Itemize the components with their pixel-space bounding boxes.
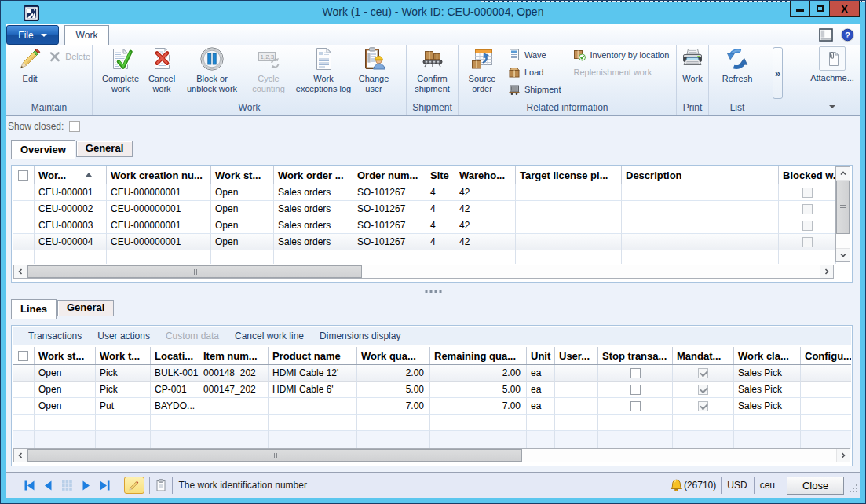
line-action-custom-data[interactable]: Custom data <box>166 331 219 341</box>
cell[interactable] <box>622 184 779 201</box>
cell[interactable]: CEU-000000001 <box>107 201 211 217</box>
titlebar[interactable]: Work (1 - ceu) - Work ID: CEU-000004, Op… <box>1 1 865 24</box>
cell[interactable]: Sales orders <box>274 217 353 234</box>
unchecked-checkbox[interactable] <box>598 382 673 398</box>
cell[interactable]: HDMI Cable 12' <box>269 365 357 382</box>
unchecked-checkbox[interactable] <box>779 217 836 234</box>
nav-last-icon[interactable] <box>99 480 111 491</box>
print-work-button[interactable]: Work <box>677 46 708 84</box>
refresh-button[interactable]: Refresh <box>714 46 761 84</box>
column-header-item-num[interactable]: Item num... <box>199 347 269 364</box>
column-header-work-order[interactable]: Work order ... <box>274 166 353 184</box>
cell[interactable] <box>622 217 779 234</box>
grid-view-icon[interactable] <box>61 480 73 491</box>
cell[interactable]: CEU-000001 <box>35 184 107 201</box>
cell[interactable]: BULK-001 <box>151 365 199 382</box>
cell[interactable]: HDMI Cable 6' <box>269 382 357 398</box>
column-header-locati[interactable]: Locati... <box>151 347 199 364</box>
alerts-count[interactable]: (26710) <box>683 480 718 491</box>
row-select-checkbox[interactable] <box>13 382 35 398</box>
overview-vscroll-thumb[interactable] <box>836 181 850 234</box>
cell[interactable]: 2.00 <box>430 365 527 382</box>
column-header-unit[interactable]: Unit <box>527 347 555 364</box>
cell[interactable]: 42 <box>455 184 516 201</box>
cell[interactable]: Pick <box>96 365 151 382</box>
cell[interactable] <box>516 234 622 250</box>
attachments-button[interactable]: Attachme... <box>797 46 860 83</box>
cell[interactable] <box>555 365 598 382</box>
cell[interactable]: SO-101267 <box>353 234 426 250</box>
cell[interactable] <box>622 201 779 217</box>
cell[interactable]: SO-101267 <box>353 184 426 201</box>
line-action-transactions[interactable]: Transactions <box>28 331 82 341</box>
cell[interactable]: Sales orders <box>274 184 353 201</box>
line-action-cancel-work-line[interactable]: Cancel work line <box>235 331 304 341</box>
cell[interactable]: 42 <box>455 201 516 217</box>
resize-grip[interactable] <box>848 483 858 493</box>
cell[interactable]: ea <box>527 365 555 382</box>
shipment-button[interactable]: Shipment <box>506 81 562 98</box>
scroll-right-button[interactable] <box>836 449 850 462</box>
currency-indicator[interactable]: USD <box>725 480 750 491</box>
overview_grid-row-4[interactable]: CEU-000004CEU-000000001OpenSales ordersS… <box>13 234 836 250</box>
wave-button[interactable]: Wave <box>506 46 562 64</box>
load-button[interactable]: Load <box>506 64 562 81</box>
close-form-button[interactable]: Close <box>787 477 844 495</box>
overview_grid-row-1[interactable]: CEU-000001CEU-000000001OpenSales ordersS… <box>13 184 836 201</box>
lines-tab-general[interactable]: General <box>57 300 114 316</box>
checked-checkbox[interactable] <box>673 398 734 415</box>
cell[interactable]: 4 <box>426 234 455 250</box>
cell[interactable]: 42 <box>455 217 516 234</box>
select-all-checkbox[interactable] <box>13 347 35 364</box>
cell[interactable] <box>801 398 851 415</box>
nav-first-icon[interactable] <box>24 480 35 491</box>
cell[interactable]: 000147_202 <box>199 382 269 398</box>
row-select-checkbox[interactable] <box>13 201 35 217</box>
nav-next-icon[interactable] <box>80 480 92 491</box>
cell[interactable]: SO-101267 <box>353 201 426 217</box>
ribbon-overflow-button[interactable]: » <box>773 47 783 99</box>
bell-icon[interactable] <box>670 479 683 492</box>
lines_grid-row-1[interactable]: OpenPickBULK-001000148_202HDMI Cable 12'… <box>13 365 851 382</box>
block-unblock-button[interactable]: Block or unblock work <box>181 46 243 94</box>
cell[interactable]: CEU-000000001 <box>107 184 211 201</box>
cell[interactable]: BAYDO... <box>151 398 199 415</box>
column-header-work-st[interactable]: Work st... <box>35 347 96 364</box>
overview-tab-overview[interactable]: Overview <box>11 140 75 159</box>
cell[interactable]: Open <box>211 184 274 201</box>
column-header-remaining-qua[interactable]: Remaining qua... <box>430 347 527 364</box>
file-menu-button[interactable]: File <box>6 25 59 45</box>
cell[interactable]: Open <box>211 234 274 250</box>
edit-button[interactable]: Edit <box>13 46 47 84</box>
cell[interactable]: Open <box>35 382 96 398</box>
column-header-work-t[interactable]: Work t... <box>96 347 151 364</box>
checked-checkbox[interactable] <box>673 365 734 382</box>
cell[interactable]: Pick <box>96 382 151 398</box>
cell[interactable]: ea <box>527 382 555 398</box>
column-header-mandat[interactable]: Mandat... <box>673 347 734 364</box>
cell[interactable]: Sales orders <box>274 201 353 217</box>
line-action-user-actions[interactable]: User actions <box>97 331 150 341</box>
cell[interactable]: 7.00 <box>430 398 527 415</box>
select-all-checkbox[interactable] <box>13 166 35 184</box>
checked-checkbox[interactable] <box>673 382 734 398</box>
lines-tab-lines[interactable]: Lines <box>11 299 57 319</box>
replenishment-work-button[interactable]: Replenishment work <box>572 64 671 81</box>
column-header-description[interactable]: Description <box>622 166 779 184</box>
cell[interactable]: 4 <box>426 217 455 234</box>
row-select-checkbox[interactable] <box>13 365 35 382</box>
column-header-wareho[interactable]: Wareho... <box>455 166 516 184</box>
cell[interactable] <box>516 201 622 217</box>
cell[interactable]: Open <box>211 217 274 234</box>
cell[interactable]: Put <box>96 398 151 415</box>
cell[interactable]: CEU-000000001 <box>107 234 211 250</box>
cell[interactable]: CEU-000003 <box>35 217 107 234</box>
column-header-work-qua[interactable]: Work qua... <box>357 347 430 364</box>
work-exceptions-button[interactable]: Work exceptions log <box>294 46 353 94</box>
unchecked-checkbox[interactable] <box>598 398 673 415</box>
scroll-right-button[interactable] <box>820 265 833 278</box>
delete-button[interactable]: Delete <box>47 48 92 65</box>
overview-grid-hscrollbar[interactable] <box>13 265 834 279</box>
cell[interactable] <box>199 398 269 415</box>
attachments-dropdown[interactable] <box>789 102 860 115</box>
